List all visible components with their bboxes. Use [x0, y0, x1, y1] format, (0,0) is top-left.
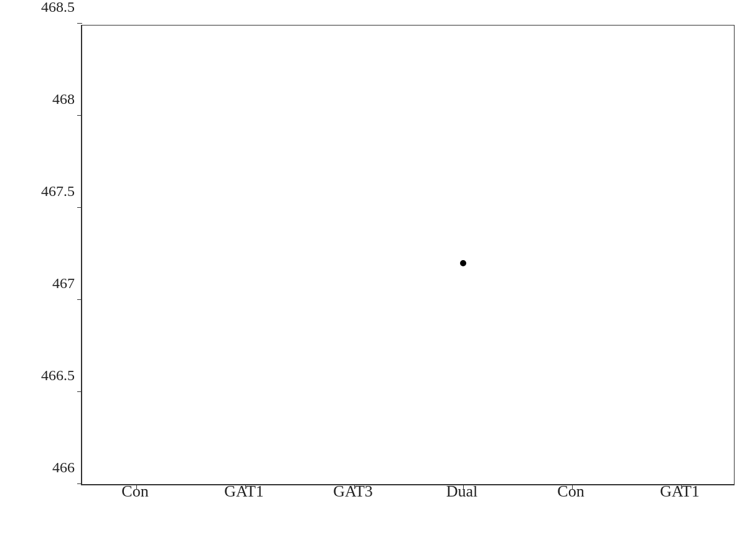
chart-container: Burst onset time (ms) 466.5 467 467.5 46… — [0, 0, 747, 560]
x-label-con1: Con — [121, 482, 148, 501]
tick-y-468 — [77, 115, 82, 116]
x-label-con2: Con — [557, 482, 584, 501]
chart-area: 466.5 467 467.5 468 468.5 466 — [81, 25, 735, 485]
x-label-gat1-1: GAT1 — [224, 482, 264, 501]
data-point-dual — [460, 260, 466, 266]
tick-y-466 — [77, 483, 82, 484]
tick-y-467 — [77, 299, 82, 300]
x-label-gat3: GAT3 — [333, 482, 373, 501]
y-label-466: 466 — [52, 459, 75, 476]
tick-y-4675 — [77, 207, 82, 208]
tick-y-4665 — [77, 391, 82, 392]
y-label-4675: 467.5 — [41, 183, 75, 200]
y-label-468: 468 — [52, 91, 75, 108]
y-label-4665: 466.5 — [41, 367, 75, 384]
y-label-4685: 468.5 — [41, 0, 75, 16]
x-label-gat1-2: GAT1 — [660, 482, 700, 501]
x-label-dual: Dual — [446, 482, 478, 501]
tick-y-4685 — [77, 23, 82, 24]
y-label-467: 467 — [52, 275, 75, 292]
